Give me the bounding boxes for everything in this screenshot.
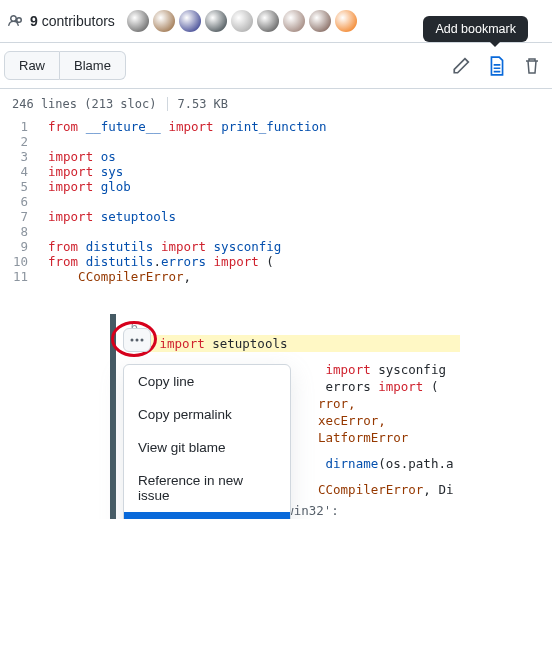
line-number[interactable]: 4 <box>0 164 40 179</box>
code-line[interactable]: 7import setuptools <box>0 209 552 224</box>
menu-copy-line[interactable]: Copy line <box>124 365 290 398</box>
code-line[interactable]: 1from __future__ import print_function <box>0 119 552 134</box>
contributor-avatar[interactable] <box>309 10 331 32</box>
code-content: import sys <box>40 164 123 179</box>
contributor-avatar[interactable] <box>153 10 175 32</box>
code-content: import glob <box>40 179 131 194</box>
menu-add-bookmark[interactable]: Add bookmark <box>124 512 290 519</box>
people-icon <box>8 13 24 29</box>
code-line[interactable]: 2 <box>0 134 552 149</box>
code-line[interactable]: 10from distutils.errors import ( <box>0 254 552 269</box>
svg-point-1 <box>136 339 139 342</box>
file-size: 7.53 KB <box>178 97 229 111</box>
svg-point-0 <box>131 339 134 342</box>
contributor-avatar[interactable] <box>257 10 279 32</box>
code-snippet-panel: 6 7 import setuptools Copy line Copy per… <box>110 314 460 519</box>
code-content: from __future__ import print_function <box>40 119 326 134</box>
line-number[interactable]: 2 <box>0 134 40 149</box>
line-number[interactable]: 8 <box>0 224 40 239</box>
line-number[interactable]: 7 <box>0 209 40 224</box>
code-content <box>40 224 48 239</box>
contributor-avatar[interactable] <box>335 10 357 32</box>
trash-icon <box>524 57 540 75</box>
code-content <box>40 194 48 209</box>
kebab-icon <box>130 338 144 342</box>
raw-button[interactable]: Raw <box>4 51 60 80</box>
blame-button[interactable]: Blame <box>60 51 126 80</box>
line-number[interactable]: 5 <box>0 179 40 194</box>
pencil-icon <box>452 57 470 75</box>
line-number[interactable]: 11 <box>0 269 40 284</box>
contributors-label[interactable]: 9 contributors <box>30 13 115 29</box>
code-line[interactable]: 9from distutils import sysconfig <box>0 239 552 254</box>
line-context-menu: Copy line Copy permalink View git blame … <box>123 364 291 519</box>
contributor-avatar[interactable] <box>179 10 201 32</box>
line-actions-button[interactable] <box>123 328 151 352</box>
code-line[interactable]: 4import sys <box>0 164 552 179</box>
code-content <box>40 134 48 149</box>
code-line[interactable]: 6 <box>0 194 552 209</box>
edit-button[interactable] <box>452 57 470 75</box>
menu-copy-permalink[interactable]: Copy permalink <box>124 398 290 431</box>
menu-view-git-blame[interactable]: View git blame <box>124 431 290 464</box>
line-number[interactable]: 3 <box>0 149 40 164</box>
bookmark-tooltip: Add bookmark <box>423 16 528 42</box>
menu-reference-issue[interactable]: Reference in new issue <box>124 464 290 512</box>
line-number[interactable]: 6 <box>0 194 40 209</box>
contributor-avatar[interactable] <box>283 10 305 32</box>
code-content: from distutils import sysconfig <box>40 239 281 254</box>
bookmark-button[interactable] <box>488 56 506 76</box>
delete-button[interactable] <box>524 57 540 75</box>
view-mode-group: Raw Blame <box>4 51 126 80</box>
code-content: import setuptools <box>40 209 176 224</box>
contributor-avatar[interactable] <box>205 10 227 32</box>
code-line[interactable]: 8 <box>0 224 552 239</box>
highlighted-line[interactable]: import setuptools <box>146 335 460 352</box>
line-number[interactable]: 1 <box>0 119 40 134</box>
code-block[interactable]: 1from __future__ import print_function23… <box>0 119 552 284</box>
code-content: CCompilerError, <box>40 269 191 284</box>
file-icon <box>488 56 506 76</box>
line-number[interactable]: 10 <box>0 254 40 269</box>
code-line[interactable]: 3import os <box>0 149 552 164</box>
code-content: import os <box>40 149 116 164</box>
svg-point-2 <box>141 339 144 342</box>
file-info-bar: 246 lines (213 sloc) 7.53 KB <box>0 88 552 119</box>
contributor-avatars[interactable] <box>127 10 357 32</box>
line-count: 246 lines (213 sloc) <box>12 97 157 111</box>
code-content: from distutils.errors import ( <box>40 254 274 269</box>
contributor-avatar[interactable] <box>127 10 149 32</box>
contributor-avatar[interactable] <box>231 10 253 32</box>
line-number[interactable]: 9 <box>0 239 40 254</box>
code-line[interactable]: 5import glob <box>0 179 552 194</box>
code-line[interactable]: 11 CCompilerError, <box>0 269 552 284</box>
